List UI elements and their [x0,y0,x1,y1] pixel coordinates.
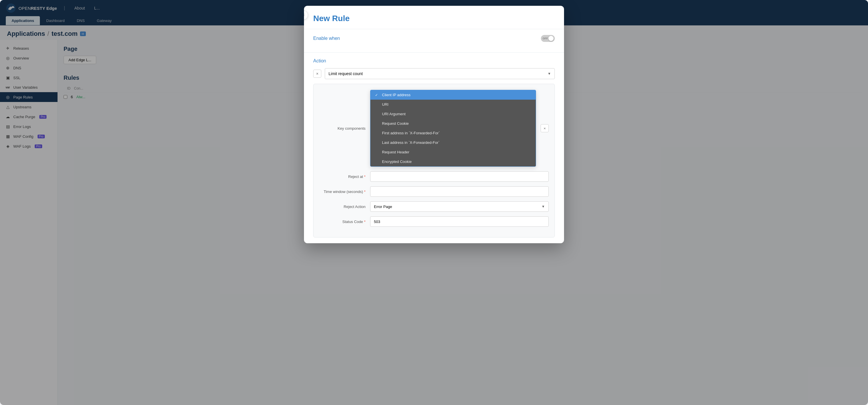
reject-action-select[interactable]: Error Page ▼ [370,201,549,212]
dropdown-item-label: Request Cookie [382,121,409,126]
action-row: × Limit request count ▼ [313,68,555,79]
reject-action-row: Reject Action Error Page ▼ [319,201,549,212]
dropdown-item-label: URI [382,102,389,106]
reject-at-label: Reject at * [319,175,366,179]
dropdown-item-label: URI Argument [382,112,406,116]
new-rule-modal: × New Rule Enable when Action [304,6,564,243]
action-config-area: Key components ✓ Client IP address URI [313,84,555,238]
time-window-label: Time window (seconds) * [319,189,366,194]
toggle-knob [549,36,554,41]
dropdown-item-label: Last address in `X-Forwarded-For` [382,141,439,145]
dropdown-item-encrypted-cookie[interactable]: Encrypted Cookie [370,157,536,166]
action-section-header: Action [313,58,555,64]
enable-toggle[interactable] [541,35,555,42]
required-star: * [364,189,366,194]
time-window-row: Time window (seconds) * [319,186,549,197]
dropdown-item-first-x-forwarded[interactable]: First address in `X-Forwarded-For` [370,128,536,138]
enable-when-label: Enable when [313,36,340,41]
action-select-value: Limit request count [329,71,363,76]
reject-action-value: Error Page [374,205,392,209]
required-star: * [364,220,366,224]
reject-at-input[interactable] [370,171,549,182]
dropdown-item-label: Client IP address [382,93,411,97]
enable-when-header: Enable when [313,35,555,42]
reject-at-row: Reject at * [319,171,549,182]
time-window-input[interactable] [370,186,549,197]
action-section-label: Action [313,58,326,64]
dropdown-item-last-x-forwarded[interactable]: Last address in `X-Forwarded-For` [370,138,536,147]
reject-action-label: Reject Action [319,205,366,209]
status-code-label: Status Code * [319,220,366,224]
status-code-row: Status Code * 503 [319,216,549,227]
check-icon: ✓ [375,93,380,97]
modal-overlay: × New Rule Enable when Action [0,0,868,405]
enable-when-section: Enable when [304,29,564,52]
key-components-label: Key components [319,126,366,131]
dropdown-item-label: Encrypted Cookie [382,159,412,164]
clear-key-components-button[interactable]: × [540,124,549,132]
dropdown-item-label: Request Header [382,150,409,154]
dropdown-item-client-ip[interactable]: ✓ Client IP address [370,90,536,100]
dropdown-item-uri-argument[interactable]: URI Argument [370,109,536,119]
remove-action-button[interactable]: × [313,70,321,78]
key-components-container: ✓ Client IP address URI URI Argument [370,90,536,167]
action-dropdown-arrow-icon: ▼ [548,72,551,76]
dropdown-item-label: First address in `X-Forwarded-For` [382,131,440,135]
reject-action-arrow-icon: ▼ [541,205,545,209]
status-code-input[interactable]: 503 [370,216,549,227]
dropdown-item-request-header[interactable]: Request Header [370,147,536,157]
dropdown-item-request-cookie[interactable]: Request Cookie [370,119,536,128]
action-select-dropdown[interactable]: Limit request count ▼ [325,68,555,79]
action-section: Action × Limit request count ▼ Key compo… [304,52,564,243]
key-components-dropdown[interactable]: ✓ Client IP address URI URI Argument [370,90,536,167]
modal-title: New Rule [304,6,564,29]
key-components-row: Key components ✓ Client IP address URI [319,90,549,167]
dropdown-item-uri[interactable]: URI [370,100,536,109]
required-star: * [364,175,366,179]
